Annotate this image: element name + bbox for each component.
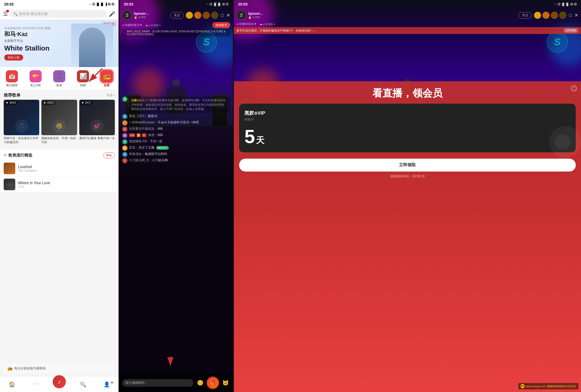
song-list-section: ↻ 欧美流行精选 播放 🎵 Lovefool The Cardigans ···… bbox=[0, 149, 119, 193]
eu-section-title: ↻ 欧美流行精选 bbox=[4, 153, 32, 158]
song-item-lovefool[interactable]: 🎵 Lovefool The Cardigans ··· bbox=[4, 160, 115, 177]
vip-follow-btn[interactable]: 关注 bbox=[519, 12, 532, 19]
already-follow-badge[interactable]: 我也关注 bbox=[156, 146, 169, 150]
banner-btn[interactable]: 抢先上线 bbox=[4, 54, 23, 61]
search-bar: ☰ 🔍 陈奕迅 最近很火噢 🎤 bbox=[0, 8, 119, 20]
lovefool-art: 🎵 bbox=[4, 163, 15, 174]
chat-avatar-8: 小 bbox=[122, 158, 127, 163]
bottom-nav-radio[interactable]: 〰 bbox=[24, 381, 47, 387]
chat-msg-4: 秘 290 ● 红 秘密：666 bbox=[122, 133, 230, 138]
chat-badge-3: 红 bbox=[142, 133, 146, 137]
search-nav-icon: 🔍 bbox=[80, 381, 86, 388]
banner-album: White Stallion bbox=[4, 44, 51, 52]
chat-avatar-2: 一 bbox=[122, 120, 127, 125]
vip-scene-spacer bbox=[234, 34, 581, 81]
menu-badge bbox=[6, 10, 9, 12]
status-icons-2: ··· ⓢ ▐▌▐▌ ⓦ ⓔ bbox=[206, 2, 229, 6]
vip-card-days: 5 天 bbox=[244, 127, 264, 146]
watermark-text: www.tcsqw.com 魔械铺助网@90后苏苏 bbox=[526, 384, 576, 388]
vip-gifts-row bbox=[534, 12, 567, 19]
song-more-where[interactable]: ··· bbox=[111, 182, 115, 187]
live-stat-count: ☁ ≤ 2,526 > bbox=[145, 23, 161, 27]
live-chat-input[interactable]: 聊主播聊聊吧~ bbox=[122, 379, 193, 387]
vip-count-label: ≤ 3,526 > bbox=[263, 23, 275, 26]
menu-icon-wrap[interactable]: ☰ bbox=[3, 11, 8, 17]
chat-avatar-3: 生 bbox=[122, 127, 127, 132]
vip-gift-avatar-1 bbox=[534, 12, 541, 19]
vip-cast-icon[interactable]: ⬡ bbox=[569, 13, 572, 18]
bottom-nav-profile[interactable]: 👤 bbox=[95, 381, 119, 388]
chat-name-7: 单身成仙： bbox=[129, 152, 145, 156]
chat-badge-2: ● bbox=[137, 133, 140, 137]
chat-entrant-name: 佳豪xjh bbox=[131, 99, 141, 102]
vip-streamer-avatar: S bbox=[237, 11, 246, 20]
bottom-nav-home[interactable]: 🏠 bbox=[0, 381, 24, 388]
song-name-lovefool: Lovefool bbox=[18, 165, 108, 169]
nav-item-fm[interactable]: 💝 私人FM bbox=[24, 70, 47, 87]
daily-icon: 📅 bbox=[6, 70, 18, 82]
profile-icon: 👤 bbox=[104, 381, 110, 388]
status-icons-3: ··· ⓢ ▐▌▐▌ ⓦ ⓔ bbox=[554, 2, 577, 6]
chat-msg-2: 一 一妒BlackRussian：不会今天歌跟昨天前天一样吧 bbox=[122, 120, 230, 125]
toast-text: 电台全新改版为播客啦 bbox=[14, 366, 46, 371]
playlist-card-1[interactable]: ▶ 394万 🎵 耳畔疗音：音乐是你工作学习的减压剂 bbox=[4, 100, 39, 144]
song-artist-lovefool: The Cardigans bbox=[18, 169, 108, 172]
vip-close-icon[interactable]: ✕ bbox=[574, 12, 578, 18]
chat-avatar-1: 看 bbox=[122, 114, 127, 119]
vip-gift-avatar-2 bbox=[542, 12, 550, 19]
mic-icon[interactable]: 🎤 bbox=[109, 11, 115, 17]
chat-text-6: 雷雷：关注了主播 我也关注 bbox=[129, 145, 169, 150]
live-action-btn[interactable]: 领体验▼ bbox=[212, 22, 230, 28]
chat-text-4: 290 ● 红 秘密：666 bbox=[129, 133, 163, 137]
live-icon-btn-3[interactable]: 🐱 bbox=[221, 378, 230, 388]
playlist-thumb-3: ▶ 29万 💕 bbox=[79, 100, 115, 135]
song-item-where[interactable]: 🎶 Where Is Your Love J.Lin ··· bbox=[4, 177, 115, 193]
playlist-thumb-1: ▶ 394万 🎵 bbox=[4, 100, 39, 135]
cast-icon[interactable]: ⬡ bbox=[220, 13, 224, 18]
nav-item-playlist[interactable]: 🎵 歌单 bbox=[47, 70, 71, 87]
close-icon[interactable]: ✕ bbox=[226, 12, 230, 18]
chat-text-7: 单身成仙：敏感肌可以听吗 bbox=[129, 152, 167, 156]
chat-avatar-system: 系 bbox=[122, 97, 127, 102]
search-input-box[interactable]: 🔍 陈奕迅 最近很火噢 bbox=[10, 10, 107, 18]
bottom-nav-play[interactable]: ♪ bbox=[47, 380, 71, 388]
song-more-lovefool[interactable]: ··· bbox=[111, 165, 115, 171]
nav-item-daily[interactable]: 📅 每日推荐 bbox=[0, 70, 24, 87]
panel-live-stream: S 20:03 ··· ⓢ ▐▌▐▌ ⓦ ⓔ S Spinnin'... 🔥 2… bbox=[120, 0, 233, 392]
chat-name-6: 雷雷： bbox=[129, 146, 139, 149]
vip-claim-btn[interactable]: 立即领取 bbox=[239, 159, 576, 172]
search-placeholder: 陈奕迅 最近很火噢 bbox=[19, 12, 48, 16]
vip-card-tag: 体验卡 bbox=[244, 117, 254, 122]
play-all-btn[interactable]: 播放 bbox=[103, 152, 115, 158]
banner-figure bbox=[71, 24, 113, 67]
song-thumb-lovefool: 🎵 bbox=[4, 163, 15, 174]
playlist-name-1: 耳畔疗音：音乐是你工作学习的减压剂 bbox=[4, 136, 39, 144]
live-fans: 🔥 2,068 bbox=[134, 16, 168, 19]
vip-cloud-icon: ☁ bbox=[259, 22, 262, 26]
play-center-btn[interactable]: ♪ bbox=[53, 375, 66, 388]
chat-input-placeholder: 聊主播聊聊吧~ bbox=[125, 381, 146, 385]
recommend-header: 推荐歌单 更多> bbox=[0, 89, 119, 100]
chat-badge-1: 290 bbox=[129, 133, 135, 137]
song-artist-where: J.Lin bbox=[18, 185, 108, 188]
playlist-card-3[interactable]: ▶ 29万 💕 爱情可以重来 青春只有一次 bbox=[79, 100, 115, 144]
recommend-title: 推荐歌单 bbox=[4, 93, 21, 98]
play-count-3: ▶ 29万 bbox=[80, 101, 92, 105]
live-gift-button[interactable]: 🎁 bbox=[207, 377, 219, 389]
live-icon-btn-1[interactable]: 😊 bbox=[195, 378, 205, 388]
gift-avatar-2 bbox=[194, 12, 201, 19]
banner-silhouette bbox=[79, 28, 105, 67]
nav-label-daily: 每日推荐 bbox=[6, 83, 18, 87]
recommend-more[interactable]: 更多> bbox=[107, 93, 115, 98]
thumb-art-2: 😢 bbox=[53, 119, 66, 133]
chat-name-1: 看迷_OZrS： bbox=[129, 114, 148, 118]
live-follow-btn[interactable]: 关注 bbox=[170, 12, 184, 19]
vip-notification-bar: 新手礼包已领完，只领福利徽章还可再领7个，快来加次吃一... 立即领取 bbox=[234, 27, 581, 34]
count-label: ≤ 2,526 > bbox=[149, 24, 161, 27]
vip-notif-btn[interactable]: 立即领取 bbox=[564, 28, 578, 33]
vip-days-num: 5 bbox=[244, 127, 255, 146]
playlist-card-2[interactable]: ▶ 200万 😢 我能有多悲伤，不堪一击好不好 bbox=[41, 100, 77, 144]
gift-avatar-3 bbox=[203, 12, 210, 19]
bottom-nav-search[interactable]: 🔍 bbox=[71, 381, 95, 388]
vip-question-icon[interactable]: ? bbox=[571, 86, 577, 91]
